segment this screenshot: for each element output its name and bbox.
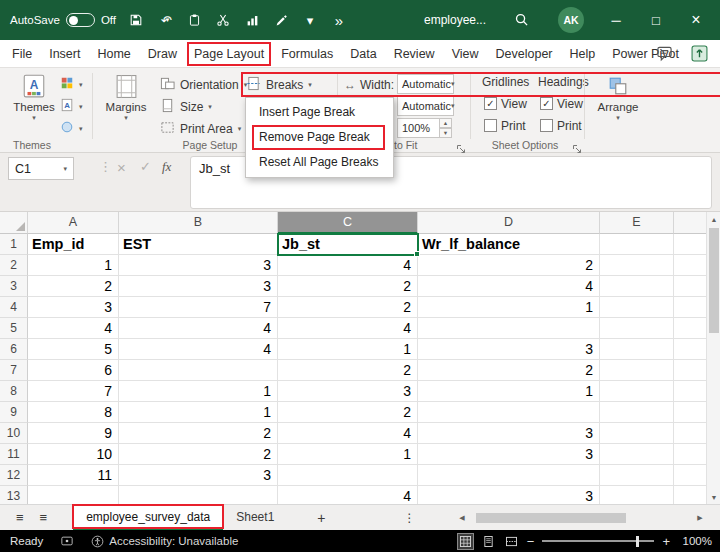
dialog-launcher-icon[interactable] bbox=[572, 140, 582, 150]
avatar[interactable]: AK bbox=[558, 7, 584, 33]
cell-selected[interactable]: Jb_st bbox=[278, 234, 418, 255]
cell[interactable]: 4 bbox=[28, 318, 119, 339]
gridlines-view-checkbox[interactable] bbox=[484, 97, 497, 110]
cell[interactable] bbox=[278, 465, 418, 486]
vertical-scrollbar[interactable]: ▲ ▼ bbox=[706, 212, 720, 504]
row-header[interactable]: 5 bbox=[0, 318, 28, 339]
cell[interactable] bbox=[600, 381, 674, 402]
menu-tab-view[interactable]: View bbox=[452, 47, 479, 61]
cell[interactable] bbox=[418, 318, 600, 339]
cell[interactable]: 8 bbox=[28, 402, 119, 423]
cell[interactable] bbox=[600, 234, 674, 255]
cell[interactable] bbox=[600, 402, 674, 423]
zoom-slider-thumb[interactable] bbox=[636, 536, 639, 547]
menu-item-remove-page-break[interactable]: Remove Page Break bbox=[246, 125, 393, 150]
normal-view-icon[interactable] bbox=[458, 534, 473, 549]
cell[interactable]: 6 bbox=[28, 360, 119, 381]
cell[interactable]: 4 bbox=[119, 318, 278, 339]
scroll-down-icon[interactable]: ▼ bbox=[707, 490, 720, 504]
cell[interactable] bbox=[600, 465, 674, 486]
menu-tab-draw[interactable]: Draw bbox=[148, 47, 177, 61]
cut-icon[interactable] bbox=[214, 11, 232, 29]
cell[interactable]: 3 bbox=[278, 381, 418, 402]
menu-tab-home[interactable]: Home bbox=[97, 47, 130, 61]
page-break-preview-icon[interactable] bbox=[504, 534, 519, 549]
cell[interactable] bbox=[600, 297, 674, 318]
dialog-launcher-icon[interactable] bbox=[456, 140, 466, 150]
cell[interactable]: 3 bbox=[418, 423, 600, 444]
cell[interactable]: 3 bbox=[418, 339, 600, 360]
cell[interactable] bbox=[600, 276, 674, 297]
menu-tab-developer[interactable]: Developer bbox=[496, 47, 553, 61]
row-header[interactable]: 8 bbox=[0, 381, 28, 402]
undo-icon[interactable]: ↶▾ bbox=[156, 11, 174, 29]
row-header[interactable]: 12 bbox=[0, 465, 28, 486]
cell[interactable]: 3 bbox=[418, 444, 600, 465]
cell[interactable] bbox=[119, 486, 278, 504]
cell[interactable]: 1 bbox=[119, 402, 278, 423]
gridlines-print-checkbox[interactable] bbox=[484, 119, 497, 132]
row-header[interactable]: 3 bbox=[0, 276, 28, 297]
chart-icon[interactable] bbox=[243, 11, 261, 29]
row-header[interactable]: 9 bbox=[0, 402, 28, 423]
cell[interactable] bbox=[600, 360, 674, 381]
row-header[interactable]: 4 bbox=[0, 297, 28, 318]
zoom-level[interactable]: 100% bbox=[678, 535, 712, 547]
themes-button[interactable]: A Themes ▾ bbox=[8, 72, 60, 138]
cell[interactable]: 2 bbox=[119, 423, 278, 444]
more-commands-icon[interactable]: » bbox=[330, 11, 348, 29]
scale-spinner[interactable]: ▲ ▼ bbox=[439, 118, 452, 138]
autosave-toggle[interactable] bbox=[66, 13, 95, 27]
column-header-c[interactable]: C bbox=[278, 212, 418, 234]
row-header[interactable]: 1 bbox=[0, 234, 28, 255]
cell[interactable]: 2 bbox=[418, 360, 600, 381]
sheet-tab-employee-survey-data[interactable]: employee_survey_data bbox=[73, 505, 223, 530]
menu-tab-page-layout[interactable]: Page Layout bbox=[194, 47, 264, 61]
sheet-nav-right-icon[interactable]: ≡ bbox=[40, 510, 48, 525]
row-header[interactable]: 6 bbox=[0, 339, 28, 360]
macro-record-icon[interactable] bbox=[61, 535, 73, 547]
cell[interactable] bbox=[600, 423, 674, 444]
cell[interactable]: 10 bbox=[28, 444, 119, 465]
menu-tab-help[interactable]: Help bbox=[570, 47, 596, 61]
cell[interactable]: 3 bbox=[119, 465, 278, 486]
cell[interactable]: 3 bbox=[418, 486, 600, 504]
vertical-scrollbar-thumb[interactable] bbox=[709, 228, 719, 333]
cell[interactable]: 7 bbox=[28, 381, 119, 402]
cell[interactable]: 1 bbox=[278, 444, 418, 465]
margins-button[interactable]: Margins ▾ bbox=[100, 72, 152, 138]
horizontal-scrollbar-thumb[interactable] bbox=[476, 513, 626, 523]
cell[interactable]: 4 bbox=[119, 339, 278, 360]
cell[interactable]: EST bbox=[119, 234, 278, 255]
menu-item-insert-page-break[interactable]: Insert Page Break bbox=[246, 100, 393, 125]
theme-effects-button[interactable]: ▾ bbox=[60, 118, 83, 139]
share-icon[interactable] bbox=[691, 45, 708, 65]
row-header[interactable]: 7 bbox=[0, 360, 28, 381]
menu-tab-file[interactable]: File bbox=[12, 47, 32, 61]
save-icon[interactable] bbox=[127, 11, 145, 29]
sheet-tab-sheet1[interactable]: Sheet1 bbox=[223, 505, 287, 530]
row-header[interactable]: 2 bbox=[0, 255, 28, 276]
format-painter-icon[interactable] bbox=[272, 11, 290, 29]
cell[interactable]: 4 bbox=[278, 486, 418, 504]
zoom-out-button[interactable]: − bbox=[527, 534, 535, 549]
column-header-b[interactable]: B bbox=[119, 212, 278, 234]
cell[interactable]: 3 bbox=[119, 276, 278, 297]
cell[interactable] bbox=[28, 486, 119, 504]
cell[interactable]: 2 bbox=[119, 444, 278, 465]
height-combo[interactable]: Automatic▾ bbox=[397, 96, 454, 116]
cell[interactable] bbox=[418, 402, 600, 423]
cancel-icon[interactable]: × bbox=[117, 159, 126, 176]
menu-tab-review[interactable]: Review bbox=[394, 47, 435, 61]
cell[interactable]: 2 bbox=[28, 276, 119, 297]
cell[interactable]: 1 bbox=[278, 339, 418, 360]
column-header-d[interactable]: D bbox=[418, 212, 600, 234]
page-layout-view-icon[interactable] bbox=[481, 534, 496, 549]
zoom-slider[interactable] bbox=[542, 540, 654, 542]
sheet-nav-left-icon[interactable]: ≡ bbox=[16, 510, 24, 525]
cell[interactable]: 9 bbox=[28, 423, 119, 444]
width-combo[interactable]: Automatic▾ bbox=[397, 74, 454, 94]
cell[interactable]: 1 bbox=[418, 381, 600, 402]
search-icon[interactable] bbox=[514, 12, 529, 31]
cell[interactable] bbox=[418, 465, 600, 486]
